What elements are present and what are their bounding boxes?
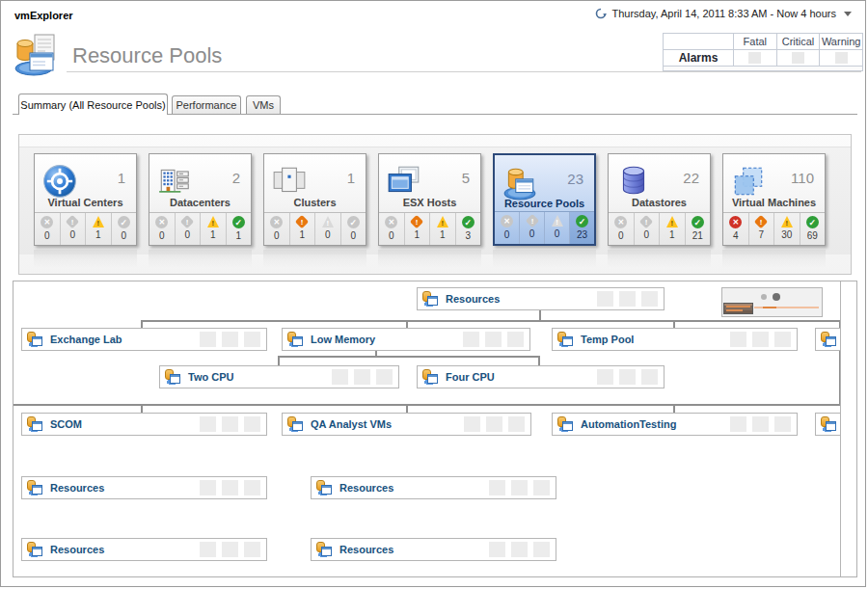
- connector-line: [406, 406, 408, 413]
- critical-icon: [66, 215, 79, 228]
- node-label: AutomationTesting: [581, 418, 676, 430]
- tile-label: Resource Pools: [495, 198, 594, 209]
- node-alarm-placeholders: [464, 416, 525, 432]
- tile-reflection: [378, 250, 481, 268]
- inventory-strip: 1 Virtual Centers 0 0 1 0: [18, 134, 852, 275]
- topology-node-resources[interactable]: Resources: [21, 538, 267, 561]
- fatal-icon: [614, 216, 627, 228]
- fatal-icon: [155, 216, 168, 228]
- node-label: Low Memory: [311, 334, 375, 345]
- node-label: Resources: [50, 482, 104, 494]
- topology-node-resources[interactable]: Resources: [311, 476, 556, 499]
- time-range-selector[interactable]: Thursday, April 14, 2011 8:33 AM - Now 4…: [595, 8, 852, 19]
- topology-node-clipped[interactable]: [815, 328, 841, 351]
- tile-virtual-centers[interactable]: 1 Virtual Centers 0 0 1 0: [34, 153, 137, 246]
- node-label: Resources: [446, 293, 500, 305]
- resource-pool-icon: [285, 331, 304, 348]
- alarms-col-warning: Warning: [819, 34, 862, 49]
- app-title: vmExplorer: [14, 10, 73, 21]
- topology-node-exchange-lab[interactable]: Exchange Lab: [21, 328, 267, 351]
- normal-icon: [118, 216, 130, 228]
- minimap-viewport[interactable]: [723, 303, 753, 314]
- alarms-table-footer: [664, 66, 862, 70]
- node-alarm-placeholders: [489, 480, 550, 495]
- node-label: Exchange Lab: [50, 334, 122, 345]
- critical-icon: [295, 215, 309, 228]
- tile-count: 22: [683, 170, 699, 186]
- node-label: Two CPU: [188, 371, 233, 383]
- time-range-label: Thursday, April 14, 2011 8:33 AM - Now 4…: [611, 8, 836, 19]
- node-alarm-placeholders: [332, 369, 393, 385]
- topology-node-qa-analyst-vms[interactable]: QA Analyst VMs: [282, 413, 531, 436]
- node-alarm-placeholders: [200, 416, 260, 432]
- title-divider: [67, 71, 861, 72]
- topology-node-low-memory[interactable]: Low Memory: [282, 328, 530, 351]
- resource-pool-icon: [163, 368, 181, 386]
- alarm-count-placeholder: [748, 52, 761, 64]
- node-label: Four CPU: [446, 371, 495, 383]
- tile-datacenters[interactable]: 2 Datacenters 0 0 1 1: [149, 153, 252, 246]
- node-alarm-placeholders: [597, 291, 658, 307]
- resource-pool-icon: [25, 331, 43, 348]
- resource-pool-icon: [420, 368, 439, 386]
- alarm-count-placeholder: [792, 52, 804, 64]
- tile-reflection: [608, 250, 711, 268]
- tile-resource-pools[interactable]: 23 Resource Pools 0 0 0 23: [493, 153, 596, 246]
- connector-line: [14, 404, 841, 406]
- alarms-fatal-cell[interactable]: [733, 49, 776, 66]
- tile-label: ESX Hosts: [379, 197, 480, 208]
- warning-icon: [322, 216, 334, 228]
- node-alarm-placeholders: [730, 332, 791, 347]
- resource-pool-icon: [25, 541, 43, 558]
- connector-line: [673, 406, 675, 413]
- warning-icon: [781, 216, 793, 228]
- tab-summary[interactable]: Summary (All Resource Pools): [18, 94, 168, 115]
- node-label: Resources: [339, 544, 393, 555]
- node-label: Resources: [339, 482, 393, 494]
- topology-node-four-cpu[interactable]: Four CPU: [417, 365, 665, 388]
- topology-node-automationtesting[interactable]: AutomationTesting: [552, 413, 798, 436]
- node-label: Temp Pool: [581, 334, 634, 345]
- topology-node-temp-pool[interactable]: Temp Pool: [552, 328, 798, 351]
- tile-clusters[interactable]: 1 Clusters 0 1 0 0: [263, 153, 366, 246]
- alarms-critical-cell[interactable]: [776, 49, 820, 66]
- topology-node-scom[interactable]: SCOM: [21, 413, 267, 436]
- critical-icon: [410, 215, 423, 228]
- node-alarm-placeholders: [200, 332, 260, 347]
- topology-node-clipped[interactable]: [815, 413, 841, 436]
- alarms-warning-cell[interactable]: [819, 49, 862, 66]
- tile-count: 2: [232, 170, 240, 186]
- minimap-tree-line: [763, 307, 776, 308]
- warning-icon: [93, 216, 104, 228]
- tile-datastores[interactable]: 22 Datastores 0 0 1 21: [608, 153, 711, 246]
- normal-icon: [462, 216, 475, 228]
- topology-minimap-widget[interactable]: [721, 287, 823, 317]
- fatal-icon: [501, 215, 513, 228]
- tab-vms[interactable]: VMs: [246, 95, 281, 115]
- minimap-dot-icon: [773, 293, 780, 301]
- tile-label: Virtual Machines: [723, 197, 825, 208]
- topology-node-resources-root[interactable]: Resources: [417, 287, 665, 310]
- tile-label: Datastores: [609, 197, 710, 208]
- alarms-table: Fatal Critical Warning Alarms: [663, 33, 863, 71]
- resource-pool-icon: [25, 479, 43, 496]
- tab-label: Performance: [176, 99, 237, 111]
- tile-reflection: [263, 250, 366, 268]
- warning-icon: [666, 216, 678, 228]
- topology-node-two-cpu[interactable]: Two CPU: [159, 365, 399, 388]
- warning-icon: [437, 216, 448, 228]
- warning-icon: [552, 215, 563, 227]
- topology-node-resources[interactable]: Resources: [311, 538, 556, 561]
- resource-pool-icon: [285, 415, 304, 433]
- tile-reflection: [722, 250, 826, 268]
- warning-icon: [207, 216, 219, 228]
- tile-esx-hosts[interactable]: 5 ESX Hosts 0 1 1 3: [378, 153, 481, 246]
- normal-icon: [232, 216, 245, 228]
- resource-pool-icon: [819, 331, 837, 348]
- tile-virtual-machines[interactable]: 110 Virtual Machines 4 7 30 69: [722, 153, 826, 246]
- normal-icon: [806, 216, 819, 228]
- topology-node-resources[interactable]: Resources: [21, 476, 267, 499]
- tab-performance[interactable]: Performance: [172, 95, 241, 115]
- critical-icon: [754, 215, 768, 228]
- chevron-down-icon: [844, 12, 852, 16]
